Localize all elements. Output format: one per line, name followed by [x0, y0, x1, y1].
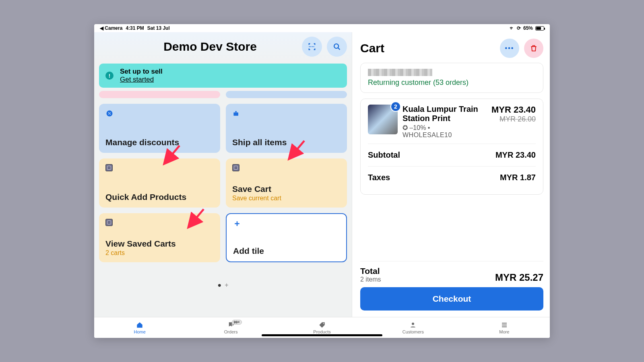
tile-ship-all-items[interactable]: Ship all items: [226, 104, 347, 153]
tile-label: Save Cart: [232, 184, 341, 194]
tab-more[interactable]: More: [459, 317, 550, 338]
barcode-scan-button[interactable]: [302, 37, 322, 57]
tile-label: Ship all items: [232, 138, 341, 147]
total-value: MYR 25.27: [495, 272, 543, 283]
cart-line-item[interactable]: 2 Kuala Lumpur Train Station Print ✪ –10…: [368, 105, 536, 139]
cart-more-button[interactable]: •••: [500, 39, 519, 58]
tile-sublabel: Save current cart: [232, 195, 341, 202]
store-title: Demo Dev Store: [139, 40, 257, 53]
home-icon: [136, 321, 144, 329]
search-button[interactable]: [327, 37, 347, 57]
cart-clear-button[interactable]: [524, 39, 543, 58]
svg-point-6: [323, 323, 324, 324]
tile-add-tile[interactable]: Add tile: [226, 213, 347, 262]
product-name: Kuala Lumpur Train Station Print: [402, 105, 483, 123]
app-icon: [232, 164, 239, 171]
plus-icon: [233, 220, 241, 228]
subtotal-value: MYR 23.40: [495, 150, 536, 160]
wifi-icon: ᯤ: [510, 25, 514, 31]
setup-banner[interactable]: ! Set up to sell Get started: [99, 64, 347, 88]
tile-add-custom-sale-partial[interactable]: [226, 91, 347, 98]
tab-home[interactable]: Home: [94, 317, 185, 338]
tile-save-cart[interactable]: Save Cart Save current cart: [226, 158, 347, 208]
tile-manage-discounts[interactable]: Manage discounts: [99, 104, 220, 153]
cart-items-card: 2 Kuala Lumpur Train Station Print ✪ –10…: [360, 99, 543, 195]
tag-icon: [318, 321, 326, 329]
ship-icon: [232, 109, 240, 117]
discount-code: WHOLESALE10: [402, 132, 452, 138]
checkout-button[interactable]: Checkout: [360, 287, 543, 311]
svg-point-0: [334, 44, 339, 48]
ipad-frame: ◀ Camera 4:31 PM Sat 13 Jul ᯤ ⟳ 65% Demo…: [94, 24, 550, 338]
subtotal-label: Subtotal: [368, 150, 400, 160]
discount-badge-icon: ✪: [402, 124, 408, 131]
info-icon: !: [105, 72, 114, 80]
total-label: Total: [360, 266, 381, 276]
tab-label: More: [499, 329, 509, 334]
customer-status: Returning customer (53 orders): [368, 78, 536, 87]
tile-label: Manage discounts: [105, 138, 214, 147]
customer-card[interactable]: Returning customer (53 orders): [360, 63, 543, 93]
rotation-lock-icon: ⟳: [517, 25, 521, 31]
line-price: MYR 23.40: [487, 105, 536, 115]
tab-label: Products: [313, 329, 330, 334]
banner-title: Set up to sell: [120, 68, 163, 76]
home-indicator[interactable]: [262, 334, 382, 336]
trash-icon: [530, 44, 538, 52]
total-items: 2 items: [360, 276, 381, 283]
status-time: 4:31 PM: [126, 25, 144, 31]
line-original-price: MYR 26.00: [487, 115, 536, 123]
page-indicator[interactable]: ●+: [99, 282, 347, 289]
quantity-badge: 2: [390, 101, 401, 112]
svg-rect-5: [235, 111, 237, 112]
svg-point-7: [412, 323, 414, 325]
tab-label: Orders: [224, 329, 238, 334]
tab-label: Customers: [402, 329, 424, 334]
discount-line: ✪ –10% • WHOLESALE10: [402, 124, 483, 139]
cart-footer: Total 2 items MYR 25.27 Checkout: [360, 261, 543, 318]
app-icon: [105, 219, 113, 226]
taxes-value: MYR 1.87: [500, 173, 536, 182]
product-thumbnail: 2: [368, 105, 398, 134]
discount-icon: [105, 109, 114, 117]
tile-label: View Saved Carts: [105, 239, 214, 249]
tile-quick-add-products[interactable]: Quick Add Products: [99, 158, 220, 208]
svg-rect-4: [233, 113, 238, 116]
svg-point-2: [108, 112, 109, 113]
cart-title: Cart: [360, 41, 384, 55]
cart-pane: Cart ••• Returning customer (53 orders) …: [352, 32, 550, 318]
banner-link[interactable]: Get started: [120, 76, 163, 84]
menu-icon: [500, 321, 508, 329]
svg-point-3: [110, 114, 111, 115]
person-icon: [409, 321, 417, 329]
status-date: Sat 13 Jul: [147, 25, 170, 31]
app-icon: [105, 164, 113, 171]
battery-pct: 65%: [523, 25, 533, 31]
tile-remove-customer-partial[interactable]: [99, 91, 220, 98]
battery-icon: [535, 26, 544, 31]
orders-badge: 99+: [232, 320, 242, 325]
customer-name-redacted: [368, 69, 432, 76]
home-pane: Demo Dev Store ! Set up to sell Get star…: [94, 32, 352, 318]
tile-view-saved-carts[interactable]: View Saved Carts 2 carts: [99, 213, 220, 262]
status-bar: ◀ Camera 4:31 PM Sat 13 Jul ᯤ ⟳ 65%: [94, 24, 550, 32]
tile-label: Quick Add Products: [105, 192, 214, 202]
taxes-label: Taxes: [368, 173, 390, 182]
tile-label: Add tile: [233, 246, 340, 256]
back-to-app[interactable]: ◀ Camera: [100, 25, 122, 31]
tab-label: Home: [134, 329, 146, 334]
tile-sublabel: 2 carts: [105, 249, 214, 257]
